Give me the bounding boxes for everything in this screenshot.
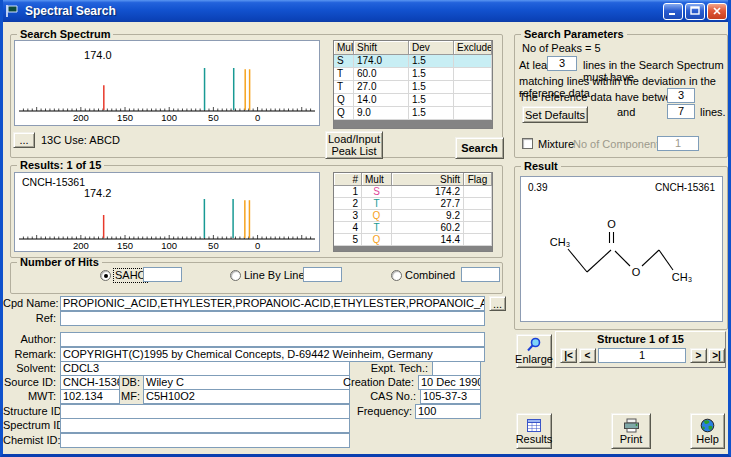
table-row[interactable]: T27.01.5 bbox=[334, 81, 492, 94]
db-field[interactable]: Wiley C bbox=[143, 375, 350, 390]
globe-icon bbox=[700, 418, 715, 433]
number-of-hits-group-label: Number of Hits bbox=[17, 256, 102, 268]
column-header[interactable]: Dev bbox=[409, 41, 454, 55]
structure-id-label: Structure ID: bbox=[3, 404, 56, 419]
table-cell: 1 bbox=[334, 186, 362, 198]
table-row[interactable]: 2T27.7 bbox=[334, 198, 492, 210]
column-header[interactable]: # bbox=[334, 173, 362, 186]
prev-structure-button[interactable]: < bbox=[579, 348, 596, 363]
svg-text:150: 150 bbox=[117, 112, 133, 123]
result-peak-table[interactable]: #MultShiftFlag1S174.22T27.73Q9.24T60.25Q… bbox=[333, 172, 493, 252]
db-label: DB: bbox=[107, 375, 140, 390]
table-cell: Q bbox=[362, 210, 392, 222]
search-peak-table[interactable]: MultShiftDevExcludedS174.01.5T60.01.5T27… bbox=[333, 40, 493, 129]
column-header[interactable]: Mult bbox=[334, 41, 354, 55]
saho-count-input[interactable] bbox=[143, 267, 182, 282]
search-button[interactable]: Search bbox=[455, 137, 504, 159]
structure-id-field[interactable] bbox=[60, 404, 350, 419]
svg-text:150: 150 bbox=[117, 240, 133, 251]
combined-label[interactable]: Combined bbox=[405, 269, 455, 282]
column-header[interactable]: Excluded bbox=[454, 41, 492, 55]
result-spectrum-chart: 200150100500174.2CNCH-15361 bbox=[15, 173, 319, 251]
table-row[interactable]: 1S174.2 bbox=[334, 186, 492, 198]
window-title: Spectral Search bbox=[25, 4, 661, 18]
between-max-input[interactable]: 7 bbox=[667, 104, 695, 119]
table-cell: 60.0 bbox=[354, 68, 409, 81]
table-scroll-filler bbox=[334, 120, 492, 129]
solvent-label: Solvent: bbox=[3, 361, 56, 376]
table-row[interactable]: S174.01.5 bbox=[334, 55, 492, 68]
table-row[interactable]: 3Q9.2 bbox=[334, 210, 492, 222]
solvent-field[interactable]: CDCL3 bbox=[60, 361, 350, 376]
spectrum-id-field[interactable] bbox=[60, 418, 350, 433]
set-defaults-button[interactable]: Set Defaults bbox=[522, 106, 588, 123]
between-min-input[interactable]: 3 bbox=[667, 88, 695, 103]
mixture-checkbox[interactable] bbox=[522, 138, 533, 149]
combined-count-input[interactable] bbox=[461, 267, 500, 282]
load-input-peak-list-button[interactable]: Load/Input Peak List bbox=[325, 131, 383, 159]
last-structure-button[interactable]: >| bbox=[708, 348, 725, 363]
and-label: and bbox=[617, 106, 635, 118]
svg-text:50: 50 bbox=[208, 112, 219, 123]
structure-number-input[interactable]: 1 bbox=[598, 348, 686, 363]
frequency-label: Frequency: bbox=[333, 404, 412, 419]
min-lines-input[interactable]: 3 bbox=[547, 56, 577, 71]
table-row[interactable]: Q14.01.5 bbox=[334, 94, 492, 107]
cpd-name-label: Cpd Name: bbox=[3, 296, 56, 311]
saho-radio[interactable] bbox=[100, 270, 111, 281]
enlarge-button[interactable]: Enlarge bbox=[516, 334, 552, 368]
help-button[interactable]: Help bbox=[690, 413, 725, 449]
table-row[interactable]: 4T60.2 bbox=[334, 222, 492, 234]
ref-field[interactable] bbox=[60, 311, 485, 326]
mixture-label: Mixture bbox=[538, 138, 574, 150]
structure-viewer: 0.39 CNCH-15361 CH₃ O O CH₃ bbox=[520, 176, 723, 322]
minimize-button[interactable] bbox=[663, 3, 683, 20]
table-cell bbox=[464, 186, 492, 198]
chemist-id-field[interactable] bbox=[60, 433, 350, 448]
table-cell: 14.0 bbox=[354, 94, 409, 107]
combined-radio[interactable] bbox=[391, 270, 402, 281]
author-field[interactable] bbox=[60, 332, 485, 347]
table-cell: S bbox=[334, 55, 354, 68]
svg-text:50: 50 bbox=[208, 240, 219, 251]
table-cell bbox=[454, 55, 492, 68]
column-header[interactable]: Shift bbox=[392, 173, 464, 186]
table-cell: 1.5 bbox=[409, 81, 454, 94]
source-id-label: Source ID: bbox=[3, 375, 56, 390]
table-row[interactable]: 5Q14.4 bbox=[334, 234, 492, 246]
cpd-name-browse-button[interactable]: ... bbox=[489, 296, 506, 311]
author-label: Author: bbox=[3, 332, 56, 347]
print-button[interactable]: Print bbox=[611, 413, 651, 449]
cpd-name-field[interactable]: PROPIONIC_ACID,ETHYLESTER,PROPANOIC-ACID… bbox=[60, 296, 485, 311]
line-by-line-label[interactable]: Line By Line bbox=[244, 269, 305, 282]
next-structure-button[interactable]: > bbox=[690, 348, 707, 363]
results-button[interactable]: Results bbox=[516, 413, 552, 449]
ref-label: Ref: bbox=[3, 311, 56, 326]
frequency-field[interactable]: 100 bbox=[415, 404, 481, 419]
search-spectrum-group-label: Search Spectrum bbox=[17, 28, 113, 40]
maximize-button[interactable] bbox=[685, 3, 705, 20]
printer-icon bbox=[623, 418, 640, 433]
table-cell: 1.5 bbox=[409, 107, 454, 120]
components-input[interactable]: 1 bbox=[657, 136, 699, 151]
close-button[interactable] bbox=[707, 3, 727, 20]
cas-no-field[interactable]: 105-37-3 bbox=[420, 389, 481, 404]
structure-nav-title: Structure 1 of 15 bbox=[555, 333, 726, 345]
column-header[interactable]: Mult bbox=[362, 173, 392, 186]
spectrum-browse-button[interactable]: ... bbox=[13, 132, 35, 148]
search-parameters-group-label: Search Parameters bbox=[521, 28, 627, 40]
components-label: No of Components: bbox=[573, 138, 668, 150]
table-row[interactable]: Q9.01.5 bbox=[334, 107, 492, 120]
expt-tech-field[interactable] bbox=[432, 361, 481, 376]
svg-text:200: 200 bbox=[73, 240, 89, 251]
table-row[interactable]: T60.01.5 bbox=[334, 68, 492, 81]
line-by-line-count-input[interactable] bbox=[303, 267, 342, 282]
first-structure-button[interactable]: |< bbox=[560, 348, 577, 363]
mf-field[interactable]: C5H10O2 bbox=[143, 389, 350, 404]
column-header[interactable]: Shift bbox=[354, 41, 409, 55]
column-header[interactable]: Flag bbox=[464, 173, 492, 186]
remark-field[interactable]: COPYRIGHT(C)1995 by Chemical Concepts, D… bbox=[60, 347, 485, 362]
line-by-line-radio[interactable] bbox=[230, 270, 241, 281]
table-cell: 1.5 bbox=[409, 94, 454, 107]
creation-date-field[interactable]: 10 Dec 1990 bbox=[418, 375, 481, 390]
